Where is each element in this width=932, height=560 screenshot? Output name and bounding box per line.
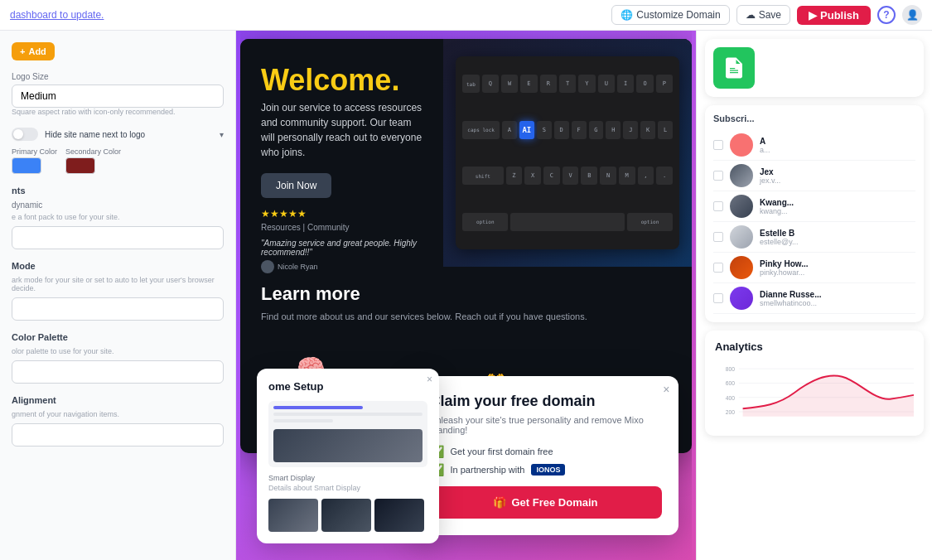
sub-info: Kwang... kwang... [760,198,915,215]
row-checkbox[interactable] [713,171,723,181]
preview-image [273,429,423,462]
color-palette-select[interactable] [12,360,224,384]
home-setup-title: ome Setup [268,380,427,393]
add-section: + Add [12,42,224,60]
user-avatar[interactable]: 👤 [902,5,922,25]
keyboard: tab Q W E R T Y U I O P [456,56,679,250]
dynamic-label: dynamic [12,200,224,210]
join-now-button[interactable]: Join Now [261,173,331,198]
sub-name: Jex [760,167,915,176]
plus-icon: + [20,46,25,56]
thumbnail-2 [321,499,371,532]
hide-site-name-label: Hide site name next to logo [45,130,145,139]
color-palette-label: Color Palette [12,332,224,342]
chart-svg: 800 600 400 200 [715,360,914,426]
ionos-partner: IONOS [531,464,565,476]
learn-more-heading: Learn more [261,283,671,305]
sub-email: a... [760,146,915,154]
domain-check-1: ✅ Get your first domain free [430,445,662,458]
globe-icon: 🌐 [621,9,633,21]
sub-info: Estelle B estelle@y... [760,229,915,246]
sub-avatar [730,195,753,218]
sub-avatar [730,225,753,249]
logo-size-section: Logo Size Medium Square aspect ratio wit… [12,72,224,116]
row-checkbox[interactable] [713,140,723,150]
analytics-card: Analytics 800 600 400 200 [705,331,924,436]
thumbnail-row [268,499,427,532]
font-pack-select[interactable] [12,226,224,249]
color-row: Primary Color Secondary Color [12,147,224,174]
help-button[interactable]: ? [877,6,896,24]
primary-color-group: Primary Color [12,147,57,174]
preview-bar-blue [273,406,363,409]
colors-section: Primary Color Secondary Color [12,147,224,174]
dashboard-link[interactable]: dashboard to update. [10,9,104,21]
home-setup-caption2: Details about Smart Display [268,484,427,492]
get-free-domain-button[interactable]: 🎁 Get Free Domain [430,486,662,519]
logo-hint: Square aspect ratio with icon-only recom… [12,108,224,116]
alignment-hint: gnment of your navigation items. [12,410,224,418]
table-row: Kwang... kwang... [713,191,915,222]
testimonial-author: Nicole Ryan [261,260,423,273]
logo-size-select[interactable]: Medium [12,84,224,108]
publish-button[interactable]: ▶ Publish [797,6,871,25]
thumbnail-3 [374,499,424,532]
mode-section: Mode ark mode for your site or set to au… [12,261,224,321]
star-rating: ★★★★★ [261,208,423,220]
hide-site-name-row: Hide site name next to logo ▾ [12,128,224,141]
svg-text:800: 800 [726,366,735,372]
domain-card-close[interactable]: × [663,383,669,396]
row-checkbox[interactable] [713,201,723,211]
mode-hint: ark mode for your site or set to auto to… [12,276,224,292]
mode-select[interactable] [12,297,224,321]
color-palette-hint: olor palette to use for your site. [12,347,224,355]
sub-avatar [730,287,753,310]
secondary-color-label: Secondary Color [65,147,121,156]
mode-label: Mode [12,261,224,271]
keyboard-row-2: caps lock A AI S D F G H J K L [462,109,673,151]
alignment-select[interactable] [12,423,224,447]
save-button[interactable]: ☁ Save [736,5,790,25]
left-panel: + Add Logo Size Medium Square aspect rat… [0,31,236,560]
primary-color-swatch[interactable] [12,157,41,174]
sub-email: pinky.howar... [760,268,915,277]
user-icon: 👤 [906,9,919,21]
analytics-title: Analytics [715,340,914,353]
svg-text:200: 200 [726,409,735,415]
keyboard-visual-area: tab Q W E R T Y U I O P [443,39,692,267]
svg-text:600: 600 [726,380,735,386]
add-button[interactable]: + Add [12,42,55,60]
sub-email: estelle@y... [760,238,915,246]
keyboard-row-3: shift Z X C V B N M , . [462,155,673,197]
customize-domain-button[interactable]: 🌐 Customize Domain [611,5,729,25]
gift-icon: 🎁 [493,496,506,509]
google-sheets-icon [713,47,755,89]
keyboard-background: tab Q W E R T Y U I O P [443,39,692,267]
sub-email: kwang... [760,207,915,215]
table-row: A a... [713,130,915,161]
testimonial-text: "Amazing service and great people. Highl… [261,239,423,257]
secondary-color-swatch[interactable] [65,157,95,174]
key-space [510,213,625,231]
key-tab: tab [462,75,479,93]
sub-avatar [730,256,753,279]
author-avatar [261,260,274,273]
home-setup-close[interactable]: × [427,374,432,385]
primary-color-label: Primary Color [12,147,57,156]
google-sheets-card [705,39,924,97]
logo-size-label: Logo Size [12,72,224,81]
sub-info: Jex jex.v... [760,167,915,185]
sub-avatar [730,164,753,187]
home-setup-preview [268,401,427,467]
dropdown-arrow-icon: ▾ [220,130,224,139]
key-caps: caps lock [462,121,500,139]
preview-bar-short [273,419,333,422]
row-checkbox[interactable] [713,293,723,303]
sub-name: Estelle B [760,229,915,238]
sub-name: Pinky How... [760,259,915,268]
hide-site-name-toggle[interactable] [12,128,38,141]
toggle-knob [13,129,23,139]
row-checkbox[interactable] [713,263,723,273]
key-option-r: option [627,213,673,231]
row-checkbox[interactable] [713,232,723,242]
